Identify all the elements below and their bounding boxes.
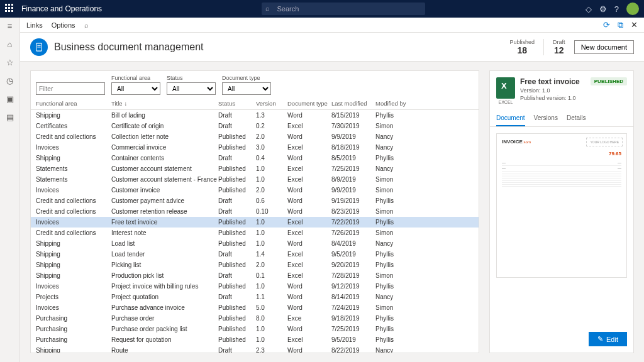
close-icon[interactable]: ✕: [631, 20, 638, 30]
table-row[interactable]: ProjectsProject quotationDraft1.1Word8/1…: [31, 292, 479, 302]
stat-published: Published 18: [510, 39, 535, 55]
favorites-icon[interactable]: ☆: [6, 58, 14, 67]
table-row[interactable]: ShippingProduction pick listDraft0.1Exce…: [31, 270, 479, 281]
table-row[interactable]: InvoicesCustomer invoicePublished2.0Word…: [31, 185, 479, 195]
col-status[interactable]: Status: [218, 100, 256, 107]
detail-version: Version: 1.0: [520, 87, 586, 95]
table-row[interactable]: InvoicesPurchase advance invoicePublishe…: [31, 302, 479, 313]
table-row[interactable]: PurchasingRequest for quotationPublished…: [31, 334, 479, 345]
global-search: ⌕: [262, 3, 425, 15]
table-row[interactable]: ShippingBill of ladingDraft1.3Word8/15/2…: [31, 110, 479, 121]
stat-draft: Draft 12: [553, 39, 565, 55]
help-icon[interactable]: ?: [614, 4, 619, 14]
tab-document[interactable]: Document: [496, 111, 525, 126]
excel-file-icon: [496, 77, 515, 99]
col-by[interactable]: Modified by: [375, 100, 419, 107]
lightbulb-icon[interactable]: ◇: [586, 4, 592, 14]
home-icon[interactable]: ⌂: [8, 40, 13, 49]
detail-tabs: Document Versions Details: [490, 111, 633, 127]
popout-icon[interactable]: ⧉: [618, 20, 623, 30]
grid-body: ShippingBill of ladingDraft1.3Word8/15/2…: [31, 110, 479, 353]
functional-area-select[interactable]: All: [111, 82, 160, 95]
status-badge: PUBLISHED: [591, 77, 627, 85]
functional-area-label: Functional area: [111, 75, 160, 81]
doctype-filter-label: Document type: [222, 75, 271, 81]
grid-header: Functional area Title ↓ Status Version D…: [31, 97, 479, 110]
action-bar: Links Options ⌕ ⟳ ⧉ ✕: [20, 18, 644, 33]
table-row[interactable]: Credit and collectionsCustomer retention…: [31, 206, 479, 217]
new-document-button[interactable]: New document: [574, 40, 634, 54]
table-row[interactable]: Credit and collectionsCustomer payment a…: [31, 195, 479, 206]
page-header: Business document management Published 1…: [20, 33, 644, 62]
table-row[interactable]: StatementsCustomer account statement - F…: [31, 174, 479, 185]
table-row[interactable]: InvoicesFree text invoicePublished1.0Exc…: [31, 217, 479, 228]
col-functional-area[interactable]: Functional area: [36, 100, 111, 107]
global-topbar: Finance and Operations ⌕ ◇ ⚙ ?: [0, 0, 644, 18]
modules-icon[interactable]: ▤: [6, 112, 14, 122]
page-title: Business document management: [54, 41, 203, 53]
table-row[interactable]: ShippingLoad listPublished1.0Word8/4/201…: [31, 238, 479, 249]
app-title: Finance and Operations: [21, 4, 102, 13]
col-title[interactable]: Title ↓: [111, 100, 218, 107]
table-row[interactable]: InvoicesProject invoice with billing rul…: [31, 281, 479, 292]
col-version[interactable]: Version: [256, 100, 287, 107]
workspaces-icon[interactable]: ▣: [6, 94, 14, 104]
options-menu[interactable]: Options: [52, 21, 75, 29]
detail-published-version: Published version: 1.0: [520, 95, 586, 102]
sort-asc-icon: ↓: [125, 100, 128, 107]
left-nav-rail: ≡ ⌂ ☆ ◷ ▣ ▤: [0, 18, 20, 362]
table-row[interactable]: ShippingContainer contentsDraft0.4Word8/…: [31, 153, 479, 163]
detail-title: Free text invoice: [520, 77, 586, 86]
search-icon: ⌕: [265, 4, 270, 12]
pencil-icon: ✎: [597, 335, 603, 343]
filter-input[interactable]: [36, 82, 105, 95]
document-preview: YOUR LOGO HERE INVOICE som 79.65 —— ——: [490, 127, 633, 326]
filter-label: [36, 75, 105, 81]
document-grid: Functional area All Status All Document …: [30, 70, 479, 353]
tab-details[interactable]: Details: [567, 111, 586, 126]
table-row[interactable]: ShippingLoad tenderDraft1.4Excel9/5/2019…: [31, 249, 479, 260]
doctype-select[interactable]: All: [222, 82, 271, 95]
logo-placeholder: YOUR LOGO HERE: [586, 138, 623, 146]
col-doctype[interactable]: Document type: [287, 100, 331, 107]
table-row[interactable]: ShippingPicking listPublished2.0Excel9/2…: [31, 260, 479, 270]
tab-versions[interactable]: Versions: [534, 111, 558, 126]
table-row[interactable]: PurchasingPurchase order packing listPub…: [31, 324, 479, 334]
table-row[interactable]: ShippingRouteDraft2.3Word8/22/2019Nancy: [31, 345, 479, 353]
table-row[interactable]: PurchasingPurchase orderPublished8.0Exce…: [31, 313, 479, 324]
table-row[interactable]: StatementsCustomer account statementPubl…: [31, 163, 479, 174]
user-avatar[interactable]: [626, 3, 639, 15]
app-launcher-icon[interactable]: [5, 4, 15, 14]
table-row[interactable]: InvoicesCommercial invoicePublished3.0Ex…: [31, 142, 479, 153]
menu-icon[interactable]: ≡: [8, 21, 13, 31]
detail-panel: EXCEL Free text invoice Version: 1.0 Pub…: [489, 70, 634, 353]
search-input[interactable]: [262, 3, 425, 15]
recent-icon[interactable]: ◷: [6, 76, 13, 85]
status-filter-label: Status: [167, 75, 216, 81]
grid-filters: Functional area All Status All Document …: [31, 71, 479, 97]
page-icon: [30, 38, 48, 56]
edit-button[interactable]: ✎Edit: [589, 332, 627, 346]
settings-icon[interactable]: ⚙: [599, 4, 607, 14]
table-row[interactable]: CertificatesCertificate of originDraft0.…: [31, 121, 479, 131]
main-content: Functional area All Status All Document …: [20, 62, 644, 362]
divider: [543, 39, 544, 55]
links-menu[interactable]: Links: [26, 21, 43, 29]
status-select[interactable]: All: [167, 82, 216, 95]
refresh-icon[interactable]: ⟳: [603, 20, 610, 30]
inline-search-icon[interactable]: ⌕: [84, 21, 89, 29]
col-modified[interactable]: Last modified: [331, 100, 375, 107]
table-row[interactable]: Credit and collectionsCollection letter …: [31, 131, 479, 142]
table-row[interactable]: Credit and collectionsInterest notePubli…: [31, 228, 479, 238]
